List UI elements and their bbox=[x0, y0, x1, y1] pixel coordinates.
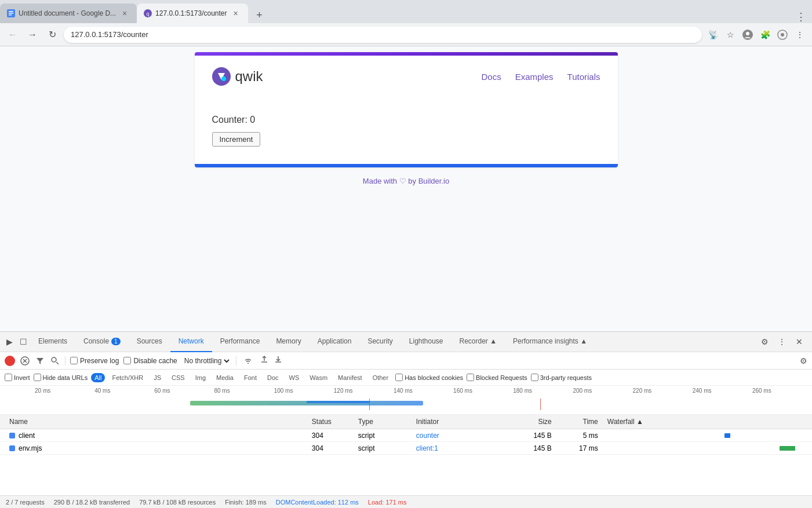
extension-icon[interactable]: 🧩 bbox=[758, 27, 773, 42]
filter-font[interactable]: Font bbox=[241, 373, 260, 382]
invert-checkbox[interactable]: Invert bbox=[5, 374, 30, 381]
filter-img[interactable]: Img bbox=[192, 373, 209, 382]
tab-application[interactable]: Application bbox=[309, 332, 360, 352]
network-settings-icon[interactable]: ⚙ bbox=[800, 356, 807, 366]
qwik-logo-icon bbox=[212, 67, 231, 86]
filter-js[interactable]: JS bbox=[150, 373, 165, 382]
svg-text:q: q bbox=[147, 11, 150, 17]
nav-tutorials[interactable]: Tutorials bbox=[567, 72, 600, 82]
td-initiator-client[interactable]: counter bbox=[412, 432, 498, 440]
tab-security[interactable]: Security bbox=[359, 332, 400, 352]
search-icon[interactable] bbox=[50, 356, 60, 366]
tl-240ms: 240 ms bbox=[693, 388, 752, 394]
tab-close-counter[interactable]: × bbox=[231, 8, 241, 19]
devtools-close-icon[interactable]: ✕ bbox=[792, 335, 806, 349]
th-status[interactable]: Status bbox=[307, 418, 354, 426]
menu-button[interactable]: ⋮ bbox=[792, 27, 807, 42]
table-row[interactable]: client 304 script counter 145 B 5 ms bbox=[0, 429, 812, 442]
tab-console[interactable]: Console 1 bbox=[75, 332, 129, 352]
td-name-env: env.mjs bbox=[5, 444, 307, 452]
new-tab-button[interactable]: + bbox=[252, 7, 268, 23]
cast-icon[interactable]: 📡 bbox=[705, 27, 720, 42]
th-time[interactable]: Time bbox=[556, 418, 603, 426]
devtools-settings-icon[interactable]: ⚙ bbox=[758, 335, 771, 349]
upload-icon[interactable] bbox=[260, 355, 269, 366]
js-icon bbox=[9, 445, 15, 451]
filter-other[interactable]: Other bbox=[369, 373, 392, 382]
th-waterfall[interactable]: Waterfall ▲ bbox=[603, 418, 807, 426]
separator-2 bbox=[236, 356, 236, 366]
th-size[interactable]: Size bbox=[498, 418, 556, 426]
download-icon[interactable] bbox=[274, 355, 283, 366]
tab-performance-insights[interactable]: Performance insights ▲ bbox=[505, 332, 595, 352]
timeline-labels: 20 ms 40 ms 60 ms 80 ms 100 ms 120 ms 14… bbox=[35, 388, 812, 394]
devtools-device-icon[interactable]: ☐ bbox=[16, 335, 30, 349]
svg-rect-2 bbox=[9, 13, 13, 14]
svg-rect-3 bbox=[9, 14, 12, 16]
filter-css[interactable]: CSS bbox=[168, 373, 188, 382]
blocked-requests-checkbox[interactable]: Blocked Requests bbox=[467, 374, 527, 381]
svg-point-9 bbox=[781, 33, 784, 36]
td-name-client: client bbox=[5, 432, 307, 440]
record-button[interactable] bbox=[5, 356, 15, 366]
tab-performance[interactable]: Performance bbox=[212, 332, 268, 352]
filter-wasm[interactable]: Wasm bbox=[306, 373, 331, 382]
tab-lighthouse[interactable]: Lighthouse bbox=[401, 332, 451, 352]
qwik-favicon: q bbox=[144, 9, 152, 17]
table-header: Name Status Type Initiator Size Time Wat… bbox=[0, 415, 812, 429]
tab-elements[interactable]: Elements bbox=[30, 332, 75, 352]
disable-cache-checkbox[interactable]: Disable cache bbox=[123, 357, 177, 365]
profile-icon[interactable] bbox=[740, 27, 755, 42]
tab-counter[interactable]: q 127.0.0.1:5173/counter × bbox=[137, 3, 247, 23]
hide-data-urls-checkbox[interactable]: Hide data URLs bbox=[34, 374, 88, 381]
filter-bar: Invert Hide data URLs All Fetch/XHR JS C… bbox=[0, 370, 812, 386]
reload-button[interactable]: ↻ bbox=[44, 27, 60, 43]
filter-doc[interactable]: Doc bbox=[264, 373, 282, 382]
td-waterfall-client bbox=[603, 432, 807, 440]
filter-media[interactable]: Media bbox=[213, 373, 237, 382]
status-transferred: 290 B / 18.2 kB transferred bbox=[54, 499, 130, 506]
status-requests: 2 / 7 requests bbox=[6, 499, 45, 506]
th-type[interactable]: Type bbox=[354, 418, 412, 426]
address-input[interactable]: 127.0.0.1:5173/counter bbox=[64, 27, 702, 43]
increment-button[interactable]: Increment bbox=[212, 132, 261, 147]
qwik-nav: Docs Examples Tutorials bbox=[481, 72, 600, 82]
nav-docs[interactable]: Docs bbox=[481, 72, 501, 82]
bookmark-icon[interactable]: ☆ bbox=[723, 27, 738, 42]
tab-google-docs[interactable]: Untitled document - Google D... × bbox=[0, 3, 137, 23]
wifi-icon[interactable] bbox=[241, 354, 255, 368]
back-button[interactable]: ← bbox=[5, 27, 21, 43]
filter-icon[interactable] bbox=[35, 356, 45, 366]
table-row[interactable]: env.mjs 304 script client:1 145 B 17 ms bbox=[0, 442, 812, 455]
th-initiator[interactable]: Initiator bbox=[412, 418, 498, 426]
throttle-select[interactable]: No throttling bbox=[182, 356, 231, 366]
filter-manifest[interactable]: Manifest bbox=[334, 373, 366, 382]
preserve-log-checkbox[interactable]: Preserve log bbox=[70, 357, 119, 365]
tab-sources[interactable]: Sources bbox=[129, 332, 170, 352]
tab-recorder[interactable]: Recorder ▲ bbox=[451, 332, 505, 352]
tab-memory[interactable]: Memory bbox=[268, 332, 309, 352]
filter-ws[interactable]: WS bbox=[286, 373, 303, 382]
filter-fetch-xhr[interactable]: Fetch/XHR bbox=[108, 373, 147, 382]
filter-all[interactable]: All bbox=[91, 373, 105, 382]
td-initiator-env[interactable]: client:1 bbox=[412, 444, 498, 452]
tl-80ms: 80 ms bbox=[214, 388, 274, 394]
svg-line-16 bbox=[56, 362, 59, 364]
nav-examples[interactable]: Examples bbox=[515, 72, 554, 82]
qwik-logo-text: qwik bbox=[235, 68, 263, 85]
clear-button[interactable] bbox=[20, 356, 30, 366]
forward-button[interactable]: → bbox=[24, 27, 41, 43]
tab-close-google-docs[interactable]: × bbox=[119, 8, 130, 19]
devtools-cursor-icon[interactable]: ▶ bbox=[2, 335, 16, 349]
has-blocked-cookies-checkbox[interactable]: Has blocked cookies bbox=[395, 374, 463, 381]
th-name[interactable]: Name bbox=[5, 418, 307, 426]
chrome-icon[interactable] bbox=[775, 27, 790, 42]
third-party-checkbox[interactable]: 3rd-party requests bbox=[531, 374, 592, 381]
devtools-more-icon[interactable]: ⋮ bbox=[775, 335, 789, 349]
more-tabs-button[interactable]: ⋮ bbox=[796, 10, 806, 23]
network-toolbar: Preserve log Disable cache No throttling… bbox=[0, 352, 812, 370]
address-bar: ← → ↻ 127.0.0.1:5173/counter 📡 ☆ 🧩 ⋮ bbox=[0, 23, 812, 46]
tab-network[interactable]: Network bbox=[170, 332, 212, 352]
tab-title-counter: 127.0.0.1:5173/counter bbox=[155, 9, 227, 17]
tl-60ms: 60 ms bbox=[154, 388, 214, 394]
